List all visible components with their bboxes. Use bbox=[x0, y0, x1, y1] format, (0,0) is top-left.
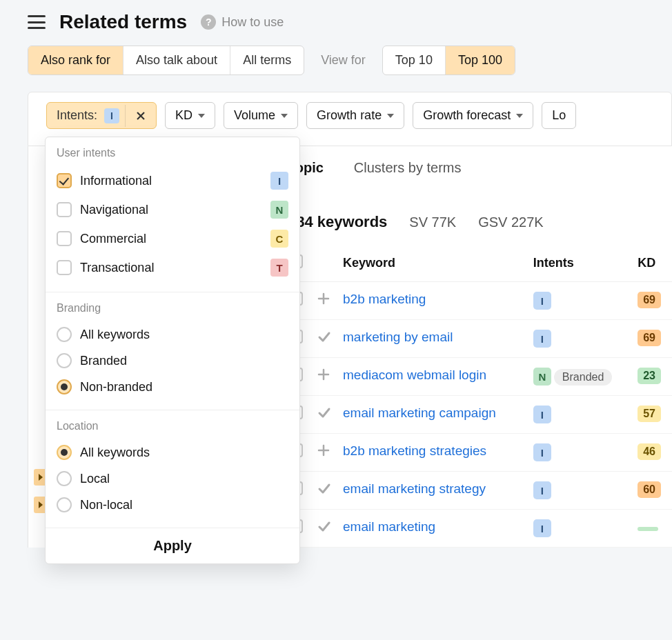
intent-option[interactable]: Transactional T bbox=[57, 253, 288, 282]
chevron-down-icon bbox=[198, 114, 205, 118]
filter-kd[interactable]: KD bbox=[165, 102, 215, 129]
dd-heading-location: Location bbox=[57, 420, 288, 432]
col-keyword[interactable]: Keyword bbox=[337, 245, 528, 282]
intent-label: Transactional bbox=[80, 261, 154, 275]
filter-growth-forecast[interactable]: Growth forecast bbox=[413, 102, 533, 129]
check-icon[interactable] bbox=[311, 396, 337, 434]
branding-option[interactable]: Non-branded bbox=[57, 374, 288, 400]
intent-tag: C bbox=[270, 230, 288, 248]
col-kd[interactable]: KD bbox=[632, 245, 672, 282]
check-icon[interactable] bbox=[311, 472, 337, 510]
checkbox[interactable] bbox=[57, 202, 72, 217]
intent-badge: I bbox=[533, 292, 551, 310]
help-icon: ? bbox=[201, 14, 216, 30]
tab-top-10[interactable]: Top 10 bbox=[383, 46, 446, 74]
table-row: email marketing strategy I 60 bbox=[284, 472, 672, 510]
branded-pill: Branded bbox=[554, 369, 613, 386]
checkbox[interactable] bbox=[57, 260, 72, 275]
intents-chip-badge: I bbox=[104, 108, 119, 123]
radio[interactable] bbox=[57, 445, 72, 460]
intent-badge: I bbox=[533, 481, 551, 499]
tab-also-talk-about[interactable]: Also talk about bbox=[123, 46, 230, 74]
radio[interactable] bbox=[57, 379, 72, 394]
keyword-link[interactable]: email marketing bbox=[343, 519, 435, 534]
chevron-down-icon bbox=[281, 114, 288, 118]
table-row: b2b marketing I 69 bbox=[284, 282, 672, 320]
keyword-link[interactable]: mediacom webmail login bbox=[343, 368, 486, 382]
tab-top-100[interactable]: Top 100 bbox=[446, 46, 515, 74]
intents-chip-close[interactable] bbox=[125, 105, 156, 127]
filter-volume[interactable]: Volume bbox=[224, 102, 298, 129]
stat-sv: SV 77K bbox=[409, 214, 456, 230]
tab-clusters-by-terms[interactable]: Clusters by terms bbox=[354, 160, 462, 176]
table-row: marketing by email I 69 bbox=[284, 320, 672, 358]
col-intents[interactable]: Intents bbox=[528, 245, 632, 282]
intent-label: Commercial bbox=[80, 232, 146, 246]
intent-option[interactable]: Commercial C bbox=[57, 224, 288, 253]
radio[interactable] bbox=[57, 471, 72, 486]
check-icon[interactable] bbox=[311, 510, 337, 548]
branding-option[interactable]: Branded bbox=[57, 348, 288, 374]
intent-option[interactable]: Informational I bbox=[57, 166, 288, 195]
intents-chip-label: Intents: bbox=[47, 103, 104, 128]
radio[interactable] bbox=[57, 497, 72, 512]
apply-button[interactable]: Apply bbox=[46, 528, 299, 563]
intent-tag: T bbox=[270, 259, 288, 277]
page-title: Related terms bbox=[59, 11, 187, 33]
branding-label: Non-branded bbox=[80, 380, 152, 394]
intents-dropdown: User intents Informational I Navigationa… bbox=[45, 137, 300, 564]
radio[interactable] bbox=[57, 327, 72, 342]
add-icon[interactable] bbox=[311, 434, 337, 472]
table-row: email marketing I bbox=[284, 510, 672, 548]
intent-label: Informational bbox=[80, 174, 152, 188]
hamburger-menu[interactable] bbox=[28, 15, 46, 29]
keyword-link[interactable]: b2b marketing strategies bbox=[343, 443, 486, 458]
table-row: email marketing campaign I 57 bbox=[284, 396, 672, 434]
add-icon[interactable] bbox=[311, 282, 337, 320]
intent-label: Navigational bbox=[80, 203, 148, 217]
filter-intents-chip[interactable]: Intents: I bbox=[46, 102, 157, 129]
tab-all-terms[interactable]: All terms bbox=[230, 46, 304, 74]
kd-badge bbox=[638, 527, 658, 531]
filter-lo[interactable]: Lo bbox=[542, 102, 576, 129]
location-label: Non-local bbox=[80, 498, 132, 512]
location-option[interactable]: Non-local bbox=[57, 492, 288, 518]
intent-badge: N bbox=[533, 368, 551, 386]
dd-heading-intents: User intents bbox=[57, 147, 288, 159]
view-for-label: View for bbox=[321, 53, 366, 68]
kd-badge: 57 bbox=[638, 406, 661, 422]
cluster-view-tabs: Topic Clusters by terms bbox=[284, 160, 672, 188]
check-icon[interactable] bbox=[311, 320, 337, 358]
keyword-link[interactable]: marketing by email bbox=[343, 330, 453, 344]
branding-option[interactable]: All keywords bbox=[57, 321, 288, 348]
location-option[interactable]: Local bbox=[57, 466, 288, 492]
keyword-link[interactable]: email marketing strategy bbox=[343, 481, 486, 496]
intent-badge: I bbox=[533, 406, 551, 423]
stat-keywords: 684 keywords bbox=[288, 213, 387, 231]
filter-growth-rate[interactable]: Growth rate bbox=[306, 102, 404, 129]
kd-badge: 69 bbox=[638, 292, 661, 308]
chevron-down-icon bbox=[387, 114, 394, 118]
intent-badge: I bbox=[533, 519, 551, 537]
checkbox[interactable] bbox=[57, 173, 72, 188]
keyword-link[interactable]: b2b marketing bbox=[343, 292, 426, 306]
location-option[interactable]: All keywords bbox=[57, 439, 288, 466]
intent-tag: I bbox=[270, 172, 288, 190]
tabgroup-top: Top 10 Top 100 bbox=[382, 46, 515, 75]
kd-badge: 69 bbox=[638, 330, 661, 346]
tab-also-rank-for[interactable]: Also rank for bbox=[28, 46, 123, 74]
table-row: mediacom webmail login NBranded 23 bbox=[284, 358, 672, 396]
radio[interactable] bbox=[57, 353, 72, 368]
checkbox[interactable] bbox=[57, 231, 72, 246]
intent-option[interactable]: Navigational N bbox=[57, 195, 288, 224]
stats-row: 684 keywords SV 77K GSV 227K bbox=[284, 188, 672, 245]
location-label: Local bbox=[80, 472, 110, 486]
intent-badge: I bbox=[533, 330, 551, 348]
stat-gsv: GSV 227K bbox=[478, 214, 544, 230]
branding-label: Branded bbox=[80, 354, 127, 368]
branding-label: All keywords bbox=[80, 328, 150, 342]
keyword-link[interactable]: email marketing campaign bbox=[343, 406, 496, 420]
how-to-use-link[interactable]: ? How to use bbox=[201, 14, 284, 30]
location-label: All keywords bbox=[80, 446, 150, 460]
add-icon[interactable] bbox=[311, 358, 337, 396]
